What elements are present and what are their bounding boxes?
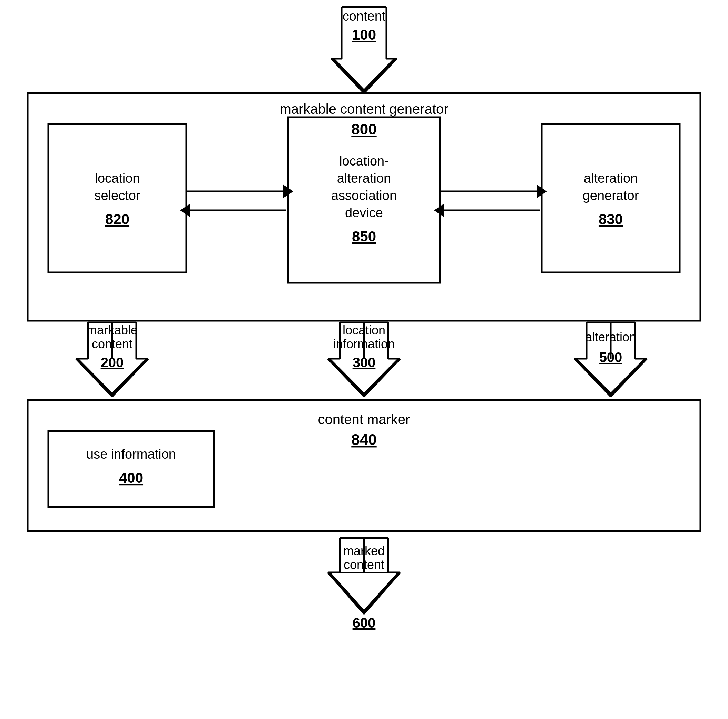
arrow600-label2: content (344, 558, 384, 572)
box800-number: 800 (351, 121, 376, 137)
arrow200-number: 200 (101, 355, 124, 370)
arrow600-number: 600 (353, 615, 376, 630)
box820-label1: location (95, 171, 140, 186)
box850-label2: alteration (337, 171, 391, 186)
arrow300-number: 300 (353, 355, 376, 370)
svg-rect-56 (48, 431, 214, 507)
box850-label4: device (345, 206, 383, 220)
diagram: content 100 markable content generator 8… (0, 0, 728, 719)
box400-label1: use information (86, 447, 176, 461)
svg-marker-62 (331, 573, 397, 610)
box830-label1: alteration (584, 171, 638, 186)
arrow200-label2: content (92, 337, 133, 351)
box820-label2: selector (94, 188, 140, 203)
box850-label1: location- (339, 154, 389, 168)
arrow300-label2: information (333, 337, 395, 351)
box850-number: 850 (352, 228, 376, 244)
box830-label2: generator (583, 188, 639, 203)
svg-marker-8 (335, 59, 393, 89)
content-number: 100 (352, 27, 376, 43)
box840-number: 840 (351, 431, 376, 448)
arrow600-label: marked (343, 544, 385, 558)
box400-number: 400 (119, 470, 143, 486)
arrow200-label: markable (87, 323, 138, 337)
box800-label: markable content generator (280, 101, 448, 116)
box850-label3: association (331, 188, 397, 203)
box840-label: content marker (318, 412, 410, 427)
arrow500-label: alteration (585, 330, 636, 344)
box830-number: 830 (599, 211, 623, 227)
arrow300-label: location (343, 323, 385, 337)
arrow500-number: 500 (599, 350, 622, 365)
content-label: content (343, 9, 386, 23)
box820-number: 820 (105, 211, 129, 227)
